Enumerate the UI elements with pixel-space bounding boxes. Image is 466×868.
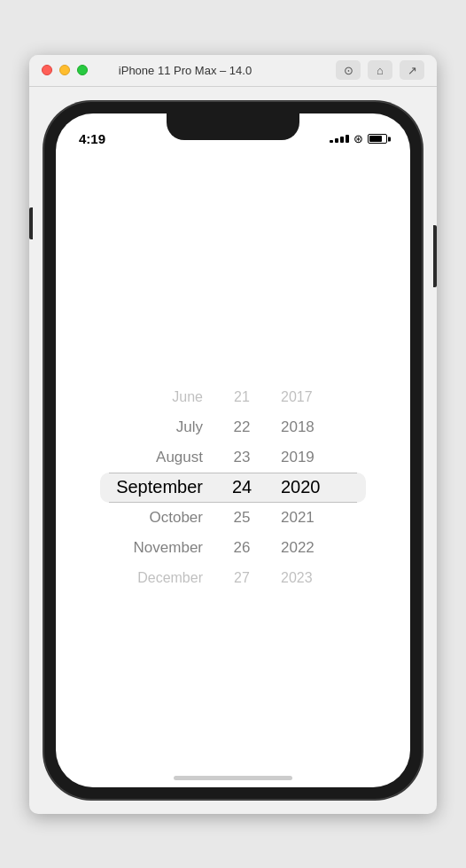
wifi-icon: ⊛ — [353, 132, 363, 145]
battery-icon — [368, 134, 387, 144]
picker-month-july: July — [100, 418, 215, 436]
mac-titlebar: iPhone 11 Pro Max – 14.0 ⊙ ⌂ ↗ — [29, 55, 437, 87]
picker-year-august: 2019 — [268, 449, 366, 466]
picker-year-june: 2017 — [268, 389, 366, 405]
status-icons: ⊛ — [330, 132, 387, 145]
screen-content: June 21 2017 July 22 2018 August 23 — [56, 152, 410, 787]
picker-day-august: 23 — [215, 449, 268, 466]
phone-screen-wrapper: 4:19 ⊛ — [56, 113, 410, 787]
picker-year-december: 2023 — [268, 570, 366, 586]
picker-row-june[interactable]: June 21 2017 — [100, 382, 366, 412]
picker-month-august: August — [100, 449, 215, 466]
window-title: iPhone 11 Pro Max – 14.0 — [42, 64, 329, 77]
picker-row-november[interactable]: November 26 2022 — [100, 533, 366, 563]
simulator-wrapper: iPhone 11 Pro Max – 14.0 ⊙ ⌂ ↗ 4:19 ⊛ — [29, 55, 437, 814]
picker-day-june: 21 — [215, 389, 268, 405]
phone-outer: 4:19 ⊛ — [43, 101, 423, 800]
status-time: 4:19 — [79, 131, 105, 146]
picker-day-december: 27 — [215, 570, 268, 586]
picker-month-december: December — [100, 570, 215, 586]
picker-row-august[interactable]: August 23 2019 — [100, 442, 366, 473]
home-icon[interactable]: ⌂ — [368, 60, 392, 80]
picker-year-september: 2020 — [268, 477, 366, 497]
home-indicator — [174, 776, 292, 780]
picker-day-september: 24 — [215, 477, 268, 497]
picker-year-july: 2018 — [268, 418, 366, 436]
picker-row-october[interactable]: October 25 2021 — [100, 503, 366, 533]
picker-month-september: September — [100, 477, 215, 497]
picker-row-july[interactable]: July 22 2018 — [100, 412, 366, 442]
notch — [167, 113, 299, 140]
signal-icon — [330, 135, 349, 143]
picker-year-october: 2021 — [268, 509, 366, 527]
screenshot-icon[interactable]: ⊙ — [336, 60, 361, 80]
picker-day-november: 26 — [215, 539, 268, 557]
titlebar-icons: ⊙ ⌂ ↗ — [336, 60, 424, 80]
picker-row-december[interactable]: December 27 2023 — [100, 563, 366, 593]
picker-row-september[interactable]: September 24 2020 — [100, 473, 366, 503]
picker-day-july: 22 — [215, 418, 268, 436]
picker-month-november: November — [100, 539, 215, 557]
picker-day-october: 25 — [215, 509, 268, 527]
picker-container[interactable]: June 21 2017 July 22 2018 August 23 — [100, 382, 366, 593]
picker-month-october: October — [100, 509, 215, 527]
share-icon[interactable]: ↗ — [400, 60, 424, 80]
picker-month-june: June — [100, 389, 215, 405]
picker-year-november: 2022 — [268, 539, 366, 557]
